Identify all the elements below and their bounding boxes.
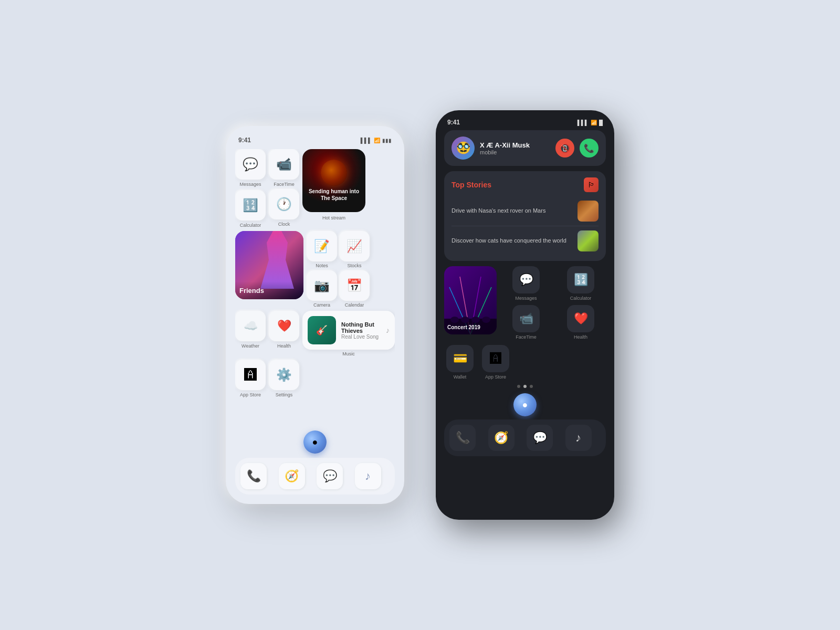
hot-stream-widget[interactable]: Sending human into The Space Hot stream <box>302 149 365 228</box>
dock-phone-dark[interactable]: 📞 <box>449 425 476 451</box>
app-weather-light[interactable]: ☁️ Weather <box>235 311 266 356</box>
app-health-light[interactable]: ❤️ Health <box>269 311 299 356</box>
app-notes[interactable]: 📝 Notes <box>307 231 337 268</box>
concert-widget-wrap[interactable]: Concert 2019 <box>444 266 497 340</box>
camera-label: Camera <box>313 302 330 308</box>
music-subtitle: Real Love Song <box>341 334 381 340</box>
dot-3 <box>530 385 533 388</box>
concert-widget: Concert 2019 <box>444 266 497 334</box>
notes-label: Notes <box>316 263 328 268</box>
friends-widget[interactable]: Friends <box>235 231 303 308</box>
caller-info: X Æ A-Xii Musk mobile <box>480 141 550 155</box>
dock-light: 📞 🧭 💬 ♪ <box>235 458 395 495</box>
moon-image <box>321 160 347 186</box>
app-calendar[interactable]: 📅 Calendar <box>339 270 370 308</box>
messages-label-dark: Messages <box>515 296 537 301</box>
dot-2-active <box>523 385 527 388</box>
clock-label: Clock <box>278 222 290 227</box>
dock-safari-light[interactable]: 🧭 <box>279 463 305 489</box>
appstore-label-dark: App Store <box>485 374 506 380</box>
siri-center-dark: ● <box>444 392 606 417</box>
dock-music-dark[interactable]: ♪ <box>565 425 592 451</box>
dock-messages-light[interactable]: 💬 <box>317 463 343 489</box>
app-calculator-dark[interactable]: 🔢 Calculator <box>555 266 606 301</box>
signal-icon-dark: ▌▌▌ <box>578 120 589 125</box>
siri-button-dark[interactable]: ● <box>513 393 537 416</box>
row2-light: Friends 📝 Notes 📈 Stocks 📷 Camera <box>235 231 395 308</box>
row1-light: 💬 Messages 🔢 Calculator 📹 FaceTime 🕐 Clo… <box>235 149 395 228</box>
app-appstore-light[interactable]: 🅰 App Store <box>235 360 266 397</box>
news-app-icon[interactable]: 🏳 <box>584 177 598 192</box>
wallet-appstore-row: 💳 Wallet 🅰 App Store <box>444 345 606 380</box>
news-thumb-mars <box>578 201 598 222</box>
appstore-label: App Store <box>240 392 261 397</box>
app-clock-light[interactable]: 🕐 Clock <box>269 189 299 227</box>
notes-icon: 📝 <box>307 231 337 261</box>
music-info: Nothing But Thieves Real Love Song <box>341 321 381 340</box>
hot-stream-text: Sending human into The Space <box>302 188 365 202</box>
music-box: 🎸 Nothing But Thieves Real Love Song ♪ <box>302 311 395 350</box>
stocks-label: Stocks <box>347 263 361 268</box>
friends-label: Friends <box>239 287 264 295</box>
app-appstore-dark[interactable]: 🅰 App Store <box>482 345 509 380</box>
col-apps-left: 💬 Messages 🔢 Calculator <box>235 149 266 228</box>
caller-name: X Æ A-Xii Musk <box>480 141 550 149</box>
dock-compass-dark[interactable]: 🧭 <box>488 425 514 451</box>
news-widget: Top Stories 🏳 Drive with Nasa's next rov… <box>444 171 606 261</box>
facetime-clock-col: 📹 FaceTime 🕐 Clock <box>269 149 299 228</box>
siri-center-light: ● <box>235 428 395 456</box>
calculator-icon-dark: 🔢 <box>567 266 594 293</box>
status-bar-light: 9:41 ▌▌▌ 📶 ▮▮▮ <box>235 136 395 149</box>
wifi-icon: 📶 <box>374 138 380 143</box>
app-calculator-light[interactable]: 🔢 Calculator <box>235 190 266 228</box>
siri-button-light[interactable]: ● <box>303 430 327 454</box>
music-title: Nothing But Thieves <box>341 321 381 334</box>
accept-call-button[interactable]: 📞 <box>580 139 598 158</box>
phone-light: 9:41 ▌▌▌ 📶 ▮▮▮ 💬 Messages 🔢 Calculator <box>226 126 404 504</box>
wifi-icon-dark: 📶 <box>591 120 597 125</box>
page-dots <box>444 385 606 388</box>
dock-music-light[interactable]: ♪ <box>355 463 381 489</box>
facetime-icon: 📹 <box>269 149 299 180</box>
app-wallet-dark[interactable]: 💳 Wallet <box>446 345 474 380</box>
dock-messages-dark[interactable]: 💬 <box>527 425 553 451</box>
decline-icon: 📵 <box>560 143 570 153</box>
music-note-icon: ♪ <box>386 326 390 334</box>
app-facetime-dark[interactable]: 📹 FaceTime <box>501 305 551 340</box>
appstore-icon-dark: 🅰 <box>482 345 509 372</box>
news-item-1-text: Drive with Nasa's next rover on Mars <box>452 207 573 215</box>
news-item-1[interactable]: Drive with Nasa's next rover on Mars <box>452 197 598 225</box>
status-icons-light: ▌▌▌ 📶 ▮▮▮ <box>361 138 392 143</box>
app-messages-dark[interactable]: 💬 Messages <box>501 266 551 301</box>
app-health-dark[interactable]: ❤️ Health <box>555 305 606 340</box>
news-title: Top Stories <box>452 181 491 189</box>
music-label: Music <box>302 351 395 356</box>
app-facetime-light[interactable]: 📹 FaceTime <box>269 149 299 187</box>
app-stocks[interactable]: 📈 Stocks <box>339 231 370 268</box>
news-thumb-cat <box>578 230 598 251</box>
facetime-icon-dark: 📹 <box>512 305 540 332</box>
health-icon-dark: ❤️ <box>567 305 594 332</box>
settings-label: Settings <box>276 392 293 397</box>
caller-emoji: 🥸 <box>456 141 470 155</box>
wallet-icon-dark: 💳 <box>446 345 474 372</box>
calculator-icon: 🔢 <box>235 190 266 220</box>
phone-dark: 9:41 ▌▌▌ 📶 █ 🥸 X Æ A-Xii Musk mobile 📵 📞… <box>436 110 614 520</box>
dock-phone-light[interactable]: 📞 <box>240 463 267 489</box>
row4-light: 🅰 App Store ⚙️ Settings <box>235 360 395 397</box>
app-settings-light[interactable]: ⚙️ Settings <box>269 360 299 397</box>
news-item-2[interactable]: Discover how cats have conquered the wor… <box>452 227 598 255</box>
music-widget[interactable]: 🎸 Nothing But Thieves Real Love Song ♪ M… <box>302 311 395 356</box>
calendar-label: Calendar <box>345 302 364 308</box>
battery-icon: ▮▮▮ <box>382 138 392 143</box>
app-messages-light[interactable]: 💬 Messages <box>235 149 266 187</box>
battery-icon-dark: █ <box>599 120 603 125</box>
calendar-icon: 📅 <box>339 270 370 301</box>
accept-icon: 📞 <box>584 143 594 153</box>
app-camera[interactable]: 📷 Camera <box>307 270 337 308</box>
time-light: 9:41 <box>238 136 251 144</box>
decline-call-button[interactable]: 📵 <box>555 139 574 158</box>
news-divider <box>452 226 598 226</box>
photo-overlay: Friends <box>235 281 303 299</box>
clock-icon: 🕐 <box>269 189 299 219</box>
